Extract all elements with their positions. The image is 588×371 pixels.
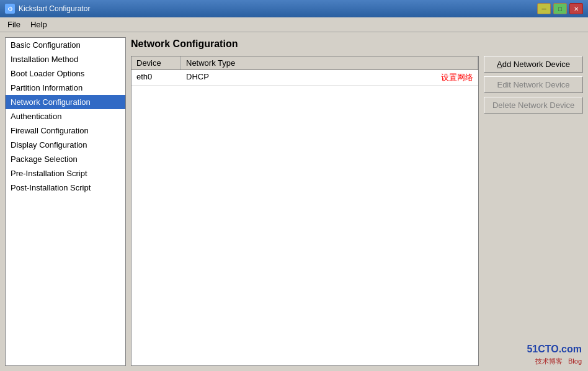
cell-type: DHCP (181, 70, 436, 85)
col-header-type: Network Type (181, 56, 478, 69)
title-bar-left: ⚙ Kickstart Configurator (5, 4, 90, 14)
page-title: Network Configuration (131, 37, 583, 51)
sidebar: Basic Configuration Installation Method … (5, 37, 126, 366)
panel-body: Device Network Type eth0 DHCP 设置网络 Add N… (131, 56, 583, 366)
sidebar-item-boot-loader-options[interactable]: Boot Loader Options (6, 66, 125, 81)
right-panel: Network Configuration Device Network Typ… (131, 37, 583, 366)
cell-device: eth0 (131, 70, 181, 85)
main-window: Basic Configuration Installation Method … (0, 32, 588, 371)
sidebar-item-firewall-configuration[interactable]: Firewall Configuration (6, 123, 125, 138)
delete-network-device-button[interactable]: Delete Network Device (484, 97, 583, 114)
sidebar-item-partition-information[interactable]: Partition Information (6, 81, 125, 95)
sidebar-item-network-configuration[interactable]: Network Configuration (6, 95, 125, 109)
title-bar: ⚙ Kickstart Configurator ─ □ ✕ (0, 0, 588, 17)
content-area: Basic Configuration Installation Method … (5, 37, 583, 366)
menu-bar: File Help (0, 17, 588, 32)
app-icon: ⚙ (5, 4, 15, 14)
menu-help[interactable]: Help (25, 19, 52, 30)
maximize-button[interactable]: □ (553, 3, 567, 14)
sidebar-item-package-selection[interactable]: Package Selection (6, 152, 125, 166)
table-header: Device Network Type (131, 56, 478, 70)
sidebar-item-installation-method[interactable]: Installation Method (6, 52, 125, 66)
network-table: Device Network Type eth0 DHCP 设置网络 (131, 56, 479, 366)
sidebar-item-basic-configuration[interactable]: Basic Configuration (6, 38, 125, 52)
window-title: Kickstart Configurator (19, 4, 90, 13)
menu-file[interactable]: File (2, 19, 25, 30)
watermark-sub: 技术博客 Blog (527, 357, 582, 366)
window-controls: ─ □ ✕ (537, 3, 583, 14)
edit-network-device-button[interactable]: Edit Network Device (484, 76, 583, 93)
close-button[interactable]: ✕ (569, 3, 583, 14)
sidebar-item-pre-installation-script[interactable]: Pre-Installation Script (6, 166, 125, 181)
sidebar-item-display-configuration[interactable]: Display Configuration (6, 138, 125, 152)
sidebar-item-authentication[interactable]: Authentication (6, 109, 125, 123)
table-row[interactable]: eth0 DHCP 设置网络 (131, 70, 478, 86)
minimize-button[interactable]: ─ (537, 3, 551, 14)
add-network-device-button[interactable]: Add Network Device (484, 56, 583, 73)
watermark: 51CTO.com 技术博客 Blog (527, 342, 582, 366)
add-underline: A (497, 60, 502, 69)
col-header-device: Device (131, 56, 181, 69)
cell-note: 设置网络 (436, 70, 478, 85)
buttons-panel: Add Network Device Edit Network Device D… (484, 56, 583, 366)
sidebar-item-post-installation-script[interactable]: Post-Installation Script (6, 181, 125, 195)
watermark-site: 51CTO.com (527, 342, 582, 356)
